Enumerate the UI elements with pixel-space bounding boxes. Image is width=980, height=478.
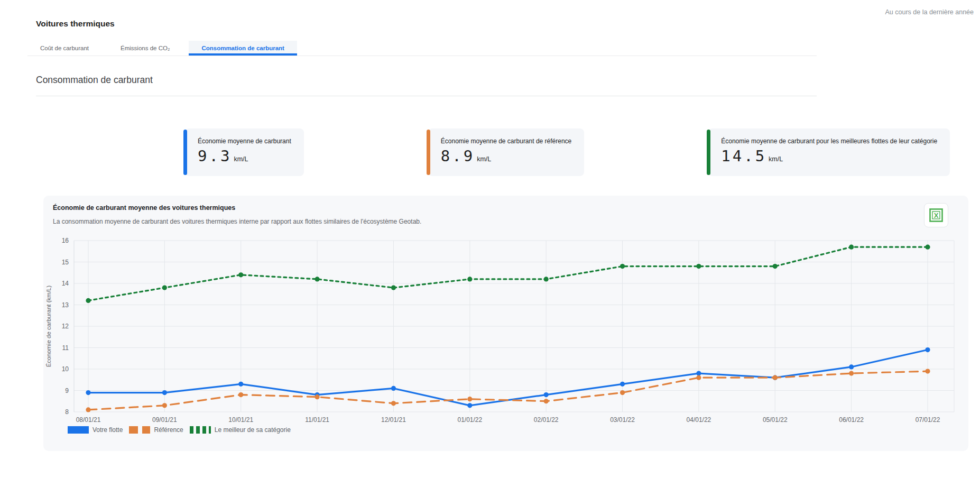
y-tick-label: 13 <box>62 301 69 309</box>
x-tick-label: 04/01/22 <box>687 416 711 424</box>
legend-item-re-fe-rence[interactable]: Référence <box>129 426 183 434</box>
legend-label: Référence <box>154 426 183 434</box>
y-tick-label: 15 <box>62 259 69 266</box>
x-tick-label: 08/01/21 <box>76 416 101 424</box>
x-tick-label: 01/01/22 <box>457 416 482 424</box>
x-tick-label: 12/01/21 <box>381 416 406 424</box>
legend-label: Votre flotte <box>93 426 123 434</box>
y-tick-label: 12 <box>62 323 69 330</box>
data-point-le-meilleur-de-sa-cate-gorie[interactable] <box>315 277 319 281</box>
tab-cou-t-de-carburant[interactable]: Coût de carburant <box>27 41 101 56</box>
data-point-votre-flotte[interactable] <box>925 347 930 352</box>
svg-text:X: X <box>934 212 939 219</box>
legend-label: Le meilleur de sa catégorie <box>215 426 291 434</box>
data-point-le-meilleur-de-sa-cate-gorie[interactable] <box>620 264 625 269</box>
line-chart[interactable]: 891011121314151608/01/2109/01/2110/01/21… <box>43 228 968 428</box>
x-tick-label: 09/01/21 <box>152 416 177 424</box>
data-point-re-fe-rence[interactable] <box>696 375 701 380</box>
kpi-card-e-conomie-moyenne-de-carburant-pour-les-: Économie moyenne de carburant pour les m… <box>708 128 950 176</box>
data-point-le-meilleur-de-sa-cate-gorie[interactable] <box>238 272 243 277</box>
chart-legend: Votre flotteRéférenceLe meilleur de sa c… <box>68 426 291 434</box>
x-tick-label: 05/01/22 <box>763 416 788 424</box>
data-point-le-meilleur-de-sa-cate-gorie[interactable] <box>925 245 930 250</box>
tab-bar: Coût de carburantÉmissions de CO₂Consomm… <box>27 41 817 56</box>
data-point-votre-flotte[interactable] <box>467 403 472 408</box>
data-point-re-fe-rence[interactable] <box>391 401 396 406</box>
legend-swatch-votre-flotte <box>68 426 89 434</box>
y-tick-label: 11 <box>62 344 69 352</box>
data-point-re-fe-rence[interactable] <box>544 399 549 403</box>
y-axis-label: Économie de carburant (km/L) <box>45 285 52 367</box>
data-point-votre-flotte[interactable] <box>86 390 90 395</box>
y-tick-label: 10 <box>62 365 69 373</box>
data-point-votre-flotte[interactable] <box>544 392 549 397</box>
date-range-label: Au cours de la dernière année <box>885 8 974 16</box>
series-line-le-meilleur-de-sa-cate-gorie <box>88 247 928 300</box>
kpi-value: 8.9 <box>441 147 475 165</box>
x-tick-label: 11/01/21 <box>305 416 329 424</box>
section-title: Consommation de carburant <box>36 75 153 86</box>
data-point-re-fe-rence[interactable] <box>773 375 778 380</box>
kpi-label: Économie moyenne de carburant de référen… <box>441 137 571 145</box>
series-line-votre-flotte <box>88 350 928 406</box>
kpi-card-e-conomie-moyenne-de-carburant: Économie moyenne de carburant9.3km/L <box>185 128 304 176</box>
kpi-accent-bar <box>427 130 430 175</box>
x-tick-label: 03/01/22 <box>610 416 635 424</box>
data-point-le-meilleur-de-sa-cate-gorie[interactable] <box>391 286 396 290</box>
data-point-le-meilleur-de-sa-cate-gorie[interactable] <box>849 245 854 250</box>
data-point-votre-flotte[interactable] <box>238 382 243 387</box>
kpi-label: Économie moyenne de carburant <box>198 137 291 145</box>
x-tick-label: 07/01/22 <box>916 416 940 424</box>
kpi-accent-bar <box>183 130 187 175</box>
data-point-le-meilleur-de-sa-cate-gorie[interactable] <box>162 286 167 290</box>
tab-consommation-de-carburant[interactable]: Consommation de carburant <box>189 41 297 56</box>
chart-subtitle: La consommation moyenne de carburant des… <box>53 218 421 225</box>
data-point-votre-flotte[interactable] <box>620 382 625 387</box>
data-point-votre-flotte[interactable] <box>849 364 854 369</box>
chart-title: Économie de carburant moyenne des voitur… <box>53 204 235 212</box>
kpi-cards-row: Économie moyenne de carburant9.3km/LÉcon… <box>185 128 950 176</box>
legend-item-le-meilleur-de-sa-cate-gorie[interactable]: Le meilleur de sa catégorie <box>190 426 291 434</box>
data-point-re-fe-rence[interactable] <box>238 392 243 397</box>
chart-panel: Économie de carburant moyenne des voitur… <box>43 196 968 451</box>
data-point-re-fe-rence[interactable] <box>162 403 167 408</box>
data-point-votre-flotte[interactable] <box>696 371 701 376</box>
data-point-le-meilleur-de-sa-cate-gorie[interactable] <box>544 277 549 281</box>
excel-icon: X <box>929 208 944 223</box>
x-tick-label: 06/01/22 <box>839 416 864 424</box>
kpi-accent-bar <box>707 130 710 175</box>
y-tick-label: 16 <box>62 237 69 244</box>
data-point-votre-flotte[interactable] <box>162 390 167 395</box>
section-divider <box>36 96 817 96</box>
page-title: Voitures thermiques <box>36 19 115 29</box>
legend-swatch-re-fe-rence <box>129 426 150 434</box>
x-tick-label: 10/01/21 <box>228 416 253 424</box>
kpi-value: 9.3 <box>198 147 232 165</box>
data-point-le-meilleur-de-sa-cate-gorie[interactable] <box>86 298 90 303</box>
data-point-le-meilleur-de-sa-cate-gorie[interactable] <box>773 264 778 269</box>
data-point-re-fe-rence[interactable] <box>925 369 930 373</box>
y-tick-label: 14 <box>62 280 69 287</box>
kpi-unit: km/L <box>477 155 491 163</box>
data-point-re-fe-rence[interactable] <box>849 371 854 376</box>
data-point-re-fe-rence[interactable] <box>467 397 472 401</box>
y-tick-label: 9 <box>65 387 69 394</box>
data-point-le-meilleur-de-sa-cate-gorie[interactable] <box>467 277 472 281</box>
data-point-re-fe-rence[interactable] <box>315 394 319 399</box>
x-tick-label: 02/01/22 <box>534 416 559 424</box>
kpi-label: Économie moyenne de carburant pour les m… <box>721 137 937 145</box>
tab-e-missions-de-co2[interactable]: Émissions de CO₂ <box>108 41 182 56</box>
legend-item-votre-flotte[interactable]: Votre flotte <box>68 426 123 434</box>
excel-export-button[interactable]: X <box>924 203 948 227</box>
legend-swatch-le-meilleur-de-sa-cate-gorie <box>190 426 211 434</box>
kpi-card-e-conomie-moyenne-de-carburant-de-re-fe-: Économie moyenne de carburant de référen… <box>428 128 584 176</box>
data-point-re-fe-rence[interactable] <box>620 390 625 395</box>
kpi-unit: km/L <box>769 155 783 163</box>
data-point-le-meilleur-de-sa-cate-gorie[interactable] <box>696 264 701 269</box>
data-point-votre-flotte[interactable] <box>391 386 396 391</box>
kpi-unit: km/L <box>234 155 248 163</box>
y-tick-label: 8 <box>65 408 69 416</box>
data-point-re-fe-rence[interactable] <box>86 407 90 412</box>
kpi-value: 14.5 <box>721 147 766 165</box>
